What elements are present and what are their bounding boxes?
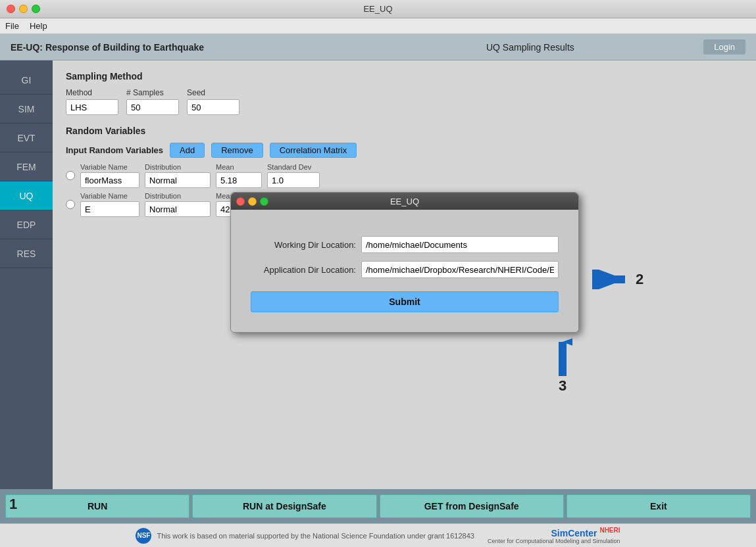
sidebar-item-edp[interactable]: EDP (0, 210, 53, 239)
app-dir-input[interactable] (361, 261, 559, 278)
mean-group-1: Mean (216, 163, 262, 188)
samples-input[interactable] (126, 99, 179, 115)
run-designsafe-button[interactable]: RUN at DesignSafe (192, 494, 376, 518)
variable-radio-1[interactable] (66, 171, 75, 180)
rv-header: Input Random Variables Add Remove Correl… (66, 143, 743, 158)
sidebar-label-gi: GI (22, 75, 32, 85)
menu-file[interactable]: File (5, 21, 19, 31)
std-label-1: Standard Dev (267, 163, 320, 171)
working-dir-row: Working Dir Location: (251, 236, 559, 253)
content-area: Sampling Method Method # Samples Seed Ra… (53, 60, 756, 489)
close-button[interactable] (7, 5, 15, 13)
sidebar-item-evt[interactable]: EVT (0, 124, 53, 153)
modal-maximize-button[interactable] (260, 197, 268, 206)
exit-button[interactable]: Exit (567, 494, 751, 518)
menu-help[interactable]: Help (30, 21, 47, 31)
annotation-1-container: 1 (0, 494, 17, 514)
app-subtitle: UQ Sampling Results (357, 42, 704, 53)
sidebar-label-res: RES (17, 249, 36, 259)
var-name-label-2: Variable Name (80, 192, 139, 200)
distribution-label-1: Distribution (145, 163, 211, 171)
nheri-label: NHERI (599, 527, 620, 534)
sidebar-label-fem: FEM (16, 162, 36, 172)
get-designsafe-button[interactable]: GET from DesignSafe (380, 494, 564, 518)
distribution-input-2[interactable] (145, 201, 211, 217)
modal-dialog: EE_UQ Working Dir Location: Application … (230, 192, 579, 333)
annotation-3: 3 (553, 337, 572, 394)
sidebar-label-evt: EVT (17, 133, 35, 143)
rv-section-title: Random Variables (66, 126, 743, 136)
sidebar-label-sim: SIM (18, 104, 35, 114)
samples-group: # Samples (126, 88, 179, 115)
var-name-group-1: Variable Name (80, 163, 139, 188)
arrow-3-svg (553, 337, 572, 376)
modal-minimize-button[interactable] (248, 197, 257, 206)
sampling-section-title: Sampling Method (66, 71, 743, 82)
app-dir-label: Application Dir Location: (251, 265, 356, 275)
distribution-group-2: Distribution (145, 192, 211, 217)
footer-text: This work is based on material supported… (157, 532, 474, 540)
app-title: EE-UQ: Response of Building to Earthquak… (11, 42, 357, 53)
var-name-input-1[interactable] (80, 172, 139, 188)
mean-input-1[interactable] (216, 172, 262, 188)
run-button[interactable]: RUN (5, 494, 189, 518)
distribution-group-1: Distribution (145, 163, 211, 188)
method-input[interactable] (66, 99, 118, 115)
annotation-2: 2 (592, 270, 643, 289)
samples-label: # Samples (126, 88, 179, 97)
sidebar: GI SIM EVT FEM UQ EDP RES (0, 60, 53, 489)
modal-window-controls (236, 197, 268, 206)
variable-row-1: Variable Name Distribution Mean Standard… (66, 163, 743, 188)
modal-title: EE_UQ (390, 197, 419, 206)
window-controls (7, 5, 40, 13)
app-dir-row: Application Dir Location: (251, 261, 559, 278)
window-title: EE_UQ (363, 4, 392, 14)
maximize-button[interactable] (32, 5, 40, 13)
method-group: Method (66, 88, 118, 115)
title-bar: EE_UQ (0, 0, 756, 18)
annotation-label-3: 3 (559, 377, 567, 394)
annotation-label-1: 1 (9, 496, 17, 513)
arrow-2-svg (592, 270, 632, 289)
sidebar-item-res[interactable]: RES (0, 239, 53, 268)
minimize-button[interactable] (19, 5, 28, 13)
modal-body: Working Dir Location: Application Dir Lo… (231, 210, 578, 332)
sidebar-item-gi[interactable]: GI (0, 66, 53, 95)
sidebar-label-uq: UQ (20, 191, 34, 201)
mean-label-1: Mean (216, 163, 262, 171)
add-button[interactable]: Add (170, 143, 205, 158)
variable-radio-2[interactable] (66, 200, 75, 209)
submit-button[interactable]: Submit (251, 291, 559, 312)
menu-bar: File Help (0, 18, 756, 34)
var-name-input-2[interactable] (80, 201, 139, 217)
distribution-input-1[interactable] (145, 172, 211, 188)
simcenter-name: SimCenter (551, 527, 597, 538)
sidebar-item-uq[interactable]: UQ (0, 181, 53, 210)
annotation-label-2: 2 (636, 271, 643, 288)
seed-input[interactable] (187, 99, 239, 115)
seed-label: Seed (187, 88, 239, 97)
sidebar-item-fem[interactable]: FEM (0, 153, 53, 181)
nsf-badge: NSF (136, 528, 151, 544)
correlation-matrix-button[interactable]: Correlation Matrix (270, 143, 357, 158)
seed-group: Seed (187, 88, 239, 115)
sidebar-label-edp: EDP (17, 220, 36, 230)
remove-button[interactable]: Remove (211, 143, 263, 158)
var-name-label-1: Variable Name (80, 163, 139, 171)
method-label: Method (66, 88, 118, 97)
simcenter-logo-group: SimCenter NHERI Center for Computational… (488, 527, 620, 545)
sampling-method-row: Method # Samples Seed (66, 88, 743, 115)
std-group-1: Standard Dev (267, 163, 320, 188)
main-layout: GI SIM EVT FEM UQ EDP RES Sampling Metho… (0, 60, 756, 489)
working-dir-input[interactable] (361, 236, 559, 253)
modal-close-button[interactable] (236, 197, 245, 206)
simcenter-sub: Center for Computational Modeling and Si… (488, 538, 620, 544)
footer: NSF This work is based on material suppo… (0, 523, 756, 547)
std-input-1[interactable] (267, 172, 320, 188)
rv-subsection-title: Input Random Variables (66, 145, 163, 155)
sidebar-item-sim[interactable]: SIM (0, 95, 53, 124)
modal-titlebar: EE_UQ (231, 193, 578, 210)
login-button[interactable]: Login (703, 39, 745, 55)
simcenter-label: SimCenter NHERI (551, 527, 620, 538)
working-dir-label: Working Dir Location: (251, 240, 356, 250)
